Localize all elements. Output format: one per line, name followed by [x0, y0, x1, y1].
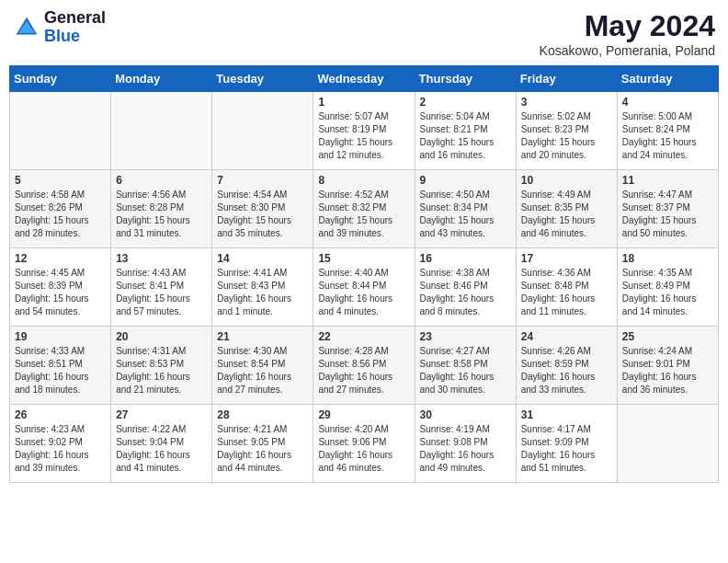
calendar-week-row: 12Sunrise: 4:45 AM Sunset: 8:39 PM Dayli…	[10, 248, 719, 327]
logo-icon	[13, 14, 40, 41]
day-number: 27	[116, 408, 207, 421]
calendar-cell: 14Sunrise: 4:41 AM Sunset: 8:43 PM Dayli…	[212, 248, 313, 327]
day-number: 30	[420, 408, 511, 421]
calendar-week-row: 5Sunrise: 4:58 AM Sunset: 8:26 PM Daylig…	[10, 170, 719, 248]
day-info: Sunrise: 4:40 AM Sunset: 8:44 PM Dayligh…	[318, 267, 409, 318]
calendar-cell: 7Sunrise: 4:54 AM Sunset: 8:30 PM Daylig…	[212, 170, 313, 248]
calendar-cell: 24Sunrise: 4:26 AM Sunset: 8:59 PM Dayli…	[516, 327, 617, 405]
day-info: Sunrise: 4:31 AM Sunset: 8:53 PM Dayligh…	[116, 345, 207, 396]
calendar-cell: 28Sunrise: 4:21 AM Sunset: 9:05 PM Dayli…	[212, 405, 313, 483]
day-number: 15	[318, 252, 409, 265]
calendar-cell: 16Sunrise: 4:38 AM Sunset: 8:46 PM Dayli…	[415, 248, 516, 327]
day-info: Sunrise: 4:33 AM Sunset: 8:51 PM Dayligh…	[15, 345, 106, 396]
day-number: 11	[622, 174, 713, 187]
day-info: Sunrise: 4:27 AM Sunset: 8:58 PM Dayligh…	[420, 345, 511, 396]
day-info: Sunrise: 4:17 AM Sunset: 9:09 PM Dayligh…	[521, 423, 612, 475]
day-info: Sunrise: 4:43 AM Sunset: 8:41 PM Dayligh…	[116, 267, 207, 318]
day-number: 8	[318, 174, 409, 187]
calendar-cell: 9Sunrise: 4:50 AM Sunset: 8:34 PM Daylig…	[415, 170, 516, 248]
logo-text: General Blue	[44, 9, 106, 46]
day-number: 21	[217, 330, 308, 343]
calendar-cell: 27Sunrise: 4:22 AM Sunset: 9:04 PM Dayli…	[111, 405, 212, 483]
weekday-header-monday: Monday	[111, 66, 212, 92]
day-info: Sunrise: 5:02 AM Sunset: 8:23 PM Dayligh…	[521, 110, 612, 162]
day-number: 25	[622, 330, 713, 343]
day-number: 5	[15, 174, 106, 187]
month-year-title: May 2024	[540, 9, 715, 43]
weekday-header-row: SundayMondayTuesdayWednesdayThursdayFrid…	[10, 66, 719, 92]
calendar-cell: 18Sunrise: 4:35 AM Sunset: 8:49 PM Dayli…	[617, 248, 718, 327]
day-number: 6	[116, 174, 207, 187]
day-number: 4	[622, 96, 713, 109]
day-number: 3	[521, 96, 612, 109]
day-info: Sunrise: 4:24 AM Sunset: 9:01 PM Dayligh…	[622, 345, 713, 396]
day-info: Sunrise: 5:07 AM Sunset: 8:19 PM Dayligh…	[318, 110, 409, 162]
day-info: Sunrise: 4:35 AM Sunset: 8:49 PM Dayligh…	[622, 267, 713, 318]
calendar-table: SundayMondayTuesdayWednesdayThursdayFrid…	[9, 65, 719, 483]
day-number: 10	[521, 174, 612, 187]
day-info: Sunrise: 5:00 AM Sunset: 8:24 PM Dayligh…	[622, 110, 713, 162]
calendar-cell	[617, 405, 718, 483]
day-info: Sunrise: 5:04 AM Sunset: 8:21 PM Dayligh…	[420, 110, 511, 162]
day-number: 20	[116, 330, 207, 343]
calendar-cell: 2Sunrise: 5:04 AM Sunset: 8:21 PM Daylig…	[415, 92, 516, 170]
day-info: Sunrise: 4:30 AM Sunset: 8:54 PM Dayligh…	[217, 345, 308, 396]
calendar-cell: 30Sunrise: 4:19 AM Sunset: 9:08 PM Dayli…	[415, 405, 516, 483]
calendar-cell	[111, 92, 212, 170]
day-info: Sunrise: 4:47 AM Sunset: 8:37 PM Dayligh…	[622, 189, 713, 240]
day-info: Sunrise: 4:21 AM Sunset: 9:05 PM Dayligh…	[217, 423, 308, 475]
calendar-week-row: 19Sunrise: 4:33 AM Sunset: 8:51 PM Dayli…	[10, 327, 719, 405]
day-number: 9	[420, 174, 511, 187]
day-number: 29	[318, 408, 409, 421]
day-info: Sunrise: 4:49 AM Sunset: 8:35 PM Dayligh…	[521, 189, 612, 240]
calendar-cell: 5Sunrise: 4:58 AM Sunset: 8:26 PM Daylig…	[10, 170, 111, 248]
day-info: Sunrise: 4:56 AM Sunset: 8:28 PM Dayligh…	[116, 189, 207, 240]
day-number: 14	[217, 252, 308, 265]
calendar-cell: 20Sunrise: 4:31 AM Sunset: 8:53 PM Dayli…	[111, 327, 212, 405]
day-info: Sunrise: 4:23 AM Sunset: 9:02 PM Dayligh…	[15, 423, 106, 475]
calendar-cell: 19Sunrise: 4:33 AM Sunset: 8:51 PM Dayli…	[10, 327, 111, 405]
calendar-body: 1Sunrise: 5:07 AM Sunset: 8:19 PM Daylig…	[10, 92, 719, 483]
day-info: Sunrise: 4:22 AM Sunset: 9:04 PM Dayligh…	[116, 423, 207, 475]
day-info: Sunrise: 4:38 AM Sunset: 8:46 PM Dayligh…	[420, 267, 511, 318]
day-number: 18	[622, 252, 713, 265]
day-number: 28	[217, 408, 308, 421]
day-number: 26	[15, 408, 106, 421]
day-info: Sunrise: 4:50 AM Sunset: 8:34 PM Dayligh…	[420, 189, 511, 240]
day-info: Sunrise: 4:28 AM Sunset: 8:56 PM Dayligh…	[318, 345, 409, 396]
day-number: 31	[521, 408, 612, 421]
calendar-cell: 22Sunrise: 4:28 AM Sunset: 8:56 PM Dayli…	[313, 327, 415, 405]
calendar-cell: 21Sunrise: 4:30 AM Sunset: 8:54 PM Dayli…	[212, 327, 313, 405]
calendar-cell: 4Sunrise: 5:00 AM Sunset: 8:24 PM Daylig…	[617, 92, 718, 170]
day-info: Sunrise: 4:36 AM Sunset: 8:48 PM Dayligh…	[521, 267, 612, 318]
day-number: 2	[420, 96, 511, 109]
calendar-cell: 6Sunrise: 4:56 AM Sunset: 8:28 PM Daylig…	[111, 170, 212, 248]
logo: General Blue	[13, 9, 106, 46]
calendar-cell: 25Sunrise: 4:24 AM Sunset: 9:01 PM Dayli…	[617, 327, 718, 405]
weekday-header-tuesday: Tuesday	[212, 66, 313, 92]
page-header: General Blue May 2024 Kosakowo, Pomerani…	[9, 9, 719, 58]
day-number: 23	[420, 330, 511, 343]
weekday-header-friday: Friday	[516, 66, 617, 92]
weekday-header-saturday: Saturday	[617, 66, 718, 92]
day-info: Sunrise: 4:52 AM Sunset: 8:32 PM Dayligh…	[318, 189, 409, 240]
calendar-cell: 3Sunrise: 5:02 AM Sunset: 8:23 PM Daylig…	[516, 92, 617, 170]
calendar-cell: 13Sunrise: 4:43 AM Sunset: 8:41 PM Dayli…	[111, 248, 212, 327]
logo-general: General	[44, 8, 106, 27]
calendar-cell: 11Sunrise: 4:47 AM Sunset: 8:37 PM Dayli…	[617, 170, 718, 248]
calendar-cell: 17Sunrise: 4:36 AM Sunset: 8:48 PM Dayli…	[516, 248, 617, 327]
day-number: 19	[15, 330, 106, 343]
calendar-header: SundayMondayTuesdayWednesdayThursdayFrid…	[10, 66, 719, 92]
calendar-cell	[10, 92, 111, 170]
day-number: 13	[116, 252, 207, 265]
day-number: 22	[318, 330, 409, 343]
day-info: Sunrise: 4:20 AM Sunset: 9:06 PM Dayligh…	[318, 423, 409, 475]
day-number: 24	[521, 330, 612, 343]
calendar-week-row: 26Sunrise: 4:23 AM Sunset: 9:02 PM Dayli…	[10, 405, 719, 483]
day-number: 7	[217, 174, 308, 187]
day-info: Sunrise: 4:41 AM Sunset: 8:43 PM Dayligh…	[217, 267, 308, 318]
day-info: Sunrise: 4:19 AM Sunset: 9:08 PM Dayligh…	[420, 423, 511, 475]
logo-blue: Blue	[44, 27, 80, 45]
day-number: 1	[318, 96, 409, 109]
calendar-cell: 1Sunrise: 5:07 AM Sunset: 8:19 PM Daylig…	[313, 92, 415, 170]
